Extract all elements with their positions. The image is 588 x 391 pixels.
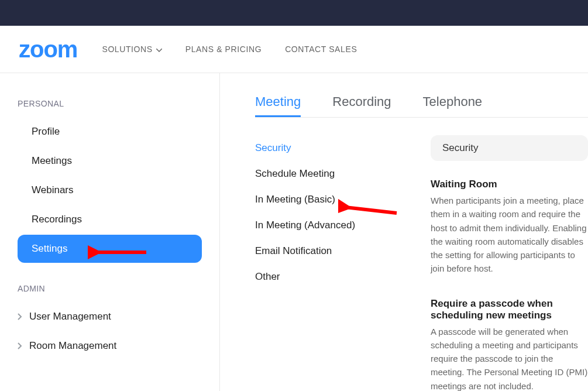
settings-content: Security Waiting Room When participants … (431, 135, 588, 391)
sidebar-item-label: User Management (29, 311, 111, 323)
top-bar (0, 0, 588, 26)
tab-recording[interactable]: Recording (332, 88, 391, 117)
nav-contact[interactable]: CONTACT SALES (285, 44, 357, 54)
main-panel: Meeting Recording Telephone Security Sch… (220, 73, 588, 391)
subnav-email[interactable]: Email Notification (255, 238, 431, 264)
setting-passcode: Require a passcode when scheduling new m… (431, 298, 588, 392)
setting-description: When participants join a meeting, place … (431, 194, 588, 276)
sidebar: PERSONAL Profile Meetings Webinars Recor… (0, 73, 220, 391)
subnav-security[interactable]: Security (255, 135, 431, 161)
subnav-other[interactable]: Other (255, 264, 431, 290)
subnav-schedule[interactable]: Schedule Meeting (255, 161, 431, 187)
settings-subnav: Security Schedule Meeting In Meeting (Ba… (255, 135, 431, 391)
chevron-right-icon (18, 313, 22, 320)
sidebar-item-user-management[interactable]: User Management (0, 303, 219, 331)
sidebar-admin-label: ADMIN (0, 276, 219, 301)
subnav-basic[interactable]: In Meeting (Basic) (255, 187, 431, 212)
tab-meeting[interactable]: Meeting (255, 88, 301, 117)
sidebar-personal-label: PERSONAL (0, 91, 219, 116)
tabs: Meeting Recording Telephone (255, 88, 588, 118)
setting-title: Require a passcode when scheduling new m… (431, 298, 588, 321)
chevron-right-icon (18, 342, 22, 349)
sidebar-item-profile[interactable]: Profile (0, 118, 219, 146)
nav-solutions-label: SOLUTIONS (102, 44, 152, 54)
caret-down-icon (156, 44, 162, 54)
sidebar-item-room-management[interactable]: Room Management (0, 332, 219, 360)
subnav-advanced[interactable]: In Meeting (Advanced) (255, 212, 431, 238)
sidebar-item-recordings[interactable]: Recordings (0, 205, 219, 234)
sidebar-item-webinars[interactable]: Webinars (0, 176, 219, 204)
nav-plans[interactable]: PLANS & PRICING (185, 44, 262, 54)
nav-solutions[interactable]: SOLUTIONS (102, 44, 161, 54)
setting-title: Waiting Room (431, 179, 588, 190)
sidebar-item-meetings[interactable]: Meetings (0, 147, 219, 175)
zoom-logo[interactable]: zoom (19, 37, 77, 61)
setting-waiting-room: Waiting Room When participants join a me… (431, 179, 588, 276)
section-header-security: Security (431, 135, 588, 161)
tab-telephone[interactable]: Telephone (423, 88, 483, 117)
navbar: zoom SOLUTIONS PLANS & PRICING CONTACT S… (0, 26, 588, 73)
sidebar-item-settings[interactable]: Settings (18, 235, 202, 263)
sidebar-item-label: Room Management (29, 340, 116, 352)
setting-description: A passcode will be generated when schedu… (431, 325, 588, 392)
